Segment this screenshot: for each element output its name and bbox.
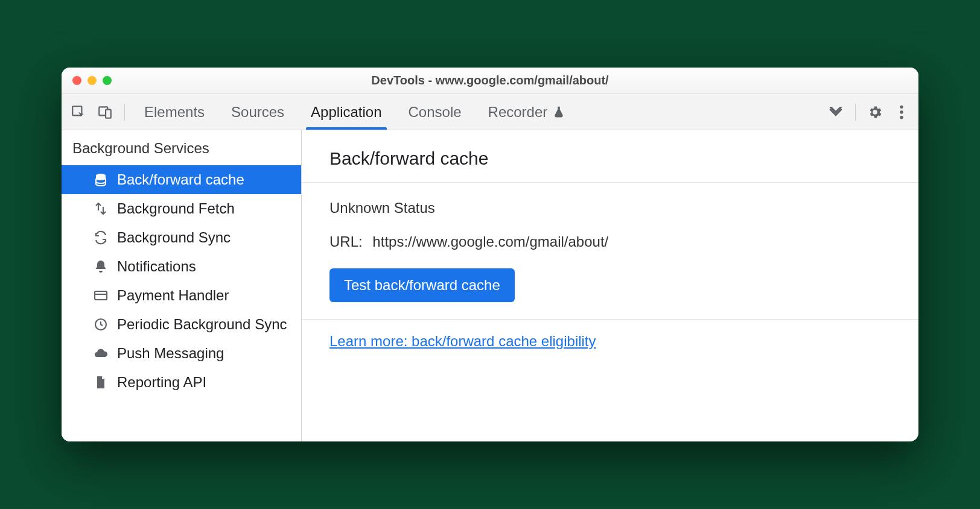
main-panel: Back/forward cache Unknown Status URL: h… [302,130,918,441]
sidebar-item-bfcache[interactable]: Back/forward cache [62,165,301,194]
tab-sources[interactable]: Sources [220,94,295,130]
kebab-menu-icon[interactable] [891,101,912,123]
bell-icon [93,259,109,274]
minimize-window-icon[interactable] [88,76,97,85]
status-block: Unknown Status URL: https://www.google.c… [302,183,918,320]
sidebar-item-label: Background Sync [117,229,231,246]
sidebar-item-payment-handler[interactable]: Payment Handler [62,281,301,310]
tab-application[interactable]: Application [300,94,392,130]
tab-console[interactable]: Console [398,94,472,130]
url-value: https://www.google.com/gmail/about/ [372,233,608,250]
card-icon [93,288,109,303]
file-icon [93,375,109,390]
window-controls [72,76,112,85]
sidebar-section-header: Background Services [62,130,301,165]
learn-more-block: Learn more: back/forward cache eligibili… [302,320,918,363]
more-tabs-icon[interactable] [825,101,847,123]
inspect-element-icon[interactable] [68,101,89,123]
sync-icon [93,230,109,245]
tab-label: Application [311,104,381,121]
sidebar-item-notifications[interactable]: Notifications [62,252,301,281]
toolbar-separator [124,104,125,121]
url-label: URL: [329,233,363,250]
tab-label: Sources [231,104,284,121]
svg-point-5 [900,115,903,118]
clock-icon [93,317,109,332]
sidebar: Background Services Back/forward cache B… [62,130,302,441]
sidebar-item-label: Periodic Background Sync [117,316,287,333]
cloud-icon [93,346,109,361]
panel-body: Background Services Back/forward cache B… [62,130,918,441]
settings-icon[interactable] [864,101,886,123]
tab-recorder[interactable]: Recorder [477,94,577,130]
tab-label: Elements [144,104,205,121]
sidebar-item-label: Payment Handler [117,287,229,304]
sidebar-item-periodic-sync[interactable]: Periodic Background Sync [62,310,301,339]
learn-more-link[interactable]: Learn more: back/forward cache eligibili… [329,333,596,349]
database-icon [93,172,109,188]
sidebar-item-label: Push Messaging [117,345,224,362]
sidebar-item-background-fetch[interactable]: Background Fetch [62,194,301,223]
device-toggle-icon[interactable] [94,101,116,123]
tab-label: Recorder [488,104,548,121]
svg-point-4 [900,110,903,113]
sidebar-item-label: Reporting API [117,374,206,391]
url-line: URL: https://www.google.com/gmail/about/ [329,233,891,250]
sidebar-item-background-sync[interactable]: Background Sync [62,223,301,252]
window-title: DevTools - www.google.com/gmail/about/ [62,74,918,87]
sidebar-item-label: Notifications [117,258,196,275]
status-text: Unknown Status [329,200,891,217]
sidebar-item-reporting-api[interactable]: Reporting API [62,368,301,397]
flask-icon [552,106,565,119]
tabbar: Elements Sources Application Console Rec… [62,94,918,130]
test-bfcache-button[interactable]: Test back/forward cache [329,268,515,302]
svg-point-3 [900,105,903,108]
toolbar-separator [855,104,856,121]
fetch-icon [93,201,109,217]
maximize-window-icon[interactable] [103,76,112,85]
page-heading: Back/forward cache [302,130,918,183]
svg-rect-7 [95,291,107,300]
svg-rect-2 [106,109,111,118]
sidebar-item-label: Background Fetch [117,200,235,217]
sidebar-item-label: Back/forward cache [117,171,244,188]
devtools-window: DevTools - www.google.com/gmail/about/ E… [62,68,918,441]
sidebar-item-push-messaging[interactable]: Push Messaging [62,339,301,368]
close-window-icon[interactable] [72,76,81,85]
tab-elements[interactable]: Elements [133,94,215,130]
tab-label: Console [409,104,462,121]
window-titlebar: DevTools - www.google.com/gmail/about/ [62,68,918,94]
